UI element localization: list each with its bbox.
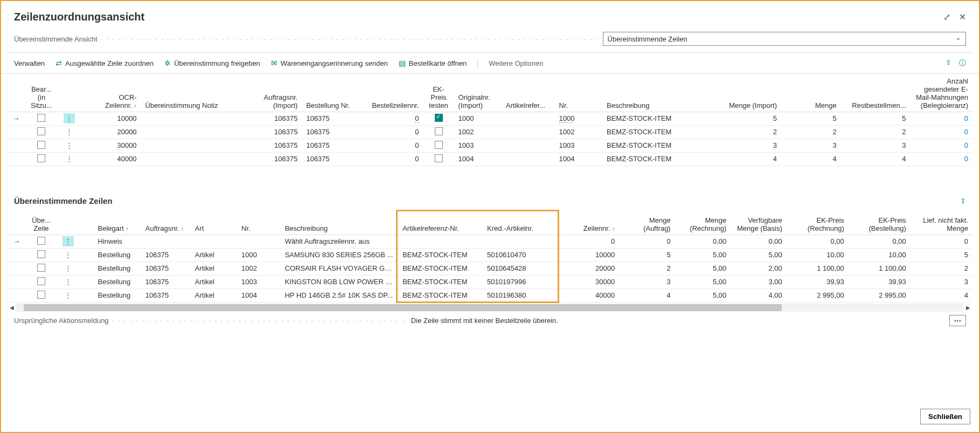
freigeben-button[interactable]: ✲Übereinstimmung freigeben bbox=[164, 59, 260, 67]
col2-menge-rechnung[interactable]: Menge (Rechnung) bbox=[690, 216, 726, 232]
col-originalnr[interactable]: Originalnr. (Import) bbox=[458, 93, 490, 109]
col2-ek-rechnung[interactable]: EK-Preis (Rechnung) bbox=[808, 216, 844, 232]
row-menu-icon[interactable]: ⋮ bbox=[62, 236, 74, 246]
table-row[interactable]: ⋮ 30000 106375 106375 0 1003 1003 BEMZ-S… bbox=[8, 139, 972, 152]
row-checkbox[interactable] bbox=[37, 114, 45, 122]
assign-icon: ⇄ bbox=[55, 59, 62, 67]
table-row[interactable]: → ⋮ 10000 106375 106375 0 1000 1000 BEMZ… bbox=[8, 112, 972, 125]
share-icon[interactable]: ⇪ bbox=[946, 58, 951, 68]
row-checkbox[interactable] bbox=[37, 291, 45, 299]
close-icon[interactable]: ✕ bbox=[959, 12, 966, 22]
import-lines-grid: Bear... (in Sitzu... OCR-Zeilennr. ↑ Übe… bbox=[8, 74, 972, 179]
col-beschreibung[interactable]: Beschreibung bbox=[607, 101, 650, 109]
col2-kred[interactable]: Kred.-Artikelnr. bbox=[487, 224, 533, 232]
action-bar: Verwalten ⇄Ausgewählte Zeile zuordnen ✲Ü… bbox=[1, 53, 979, 74]
row-menu-icon[interactable]: ⋮ bbox=[62, 263, 74, 273]
row-checkbox[interactable] bbox=[37, 154, 45, 162]
col2-nr[interactable]: Nr. bbox=[241, 224, 251, 232]
table-row[interactable]: → ⋮ Hinweis Wählt Auftragszeilennr. aus … bbox=[8, 235, 972, 248]
matching-view-select[interactable]: Übereinstimmende Zeilen bbox=[603, 32, 966, 46]
col2-art[interactable]: Art bbox=[195, 224, 204, 232]
col2-ek-bestellung[interactable]: EK-Preis (Bestellung) bbox=[868, 216, 906, 232]
col2-beschreibung[interactable]: Beschreibung bbox=[285, 224, 328, 232]
col2-auftragsnr[interactable]: Auftragsnr. ↑ bbox=[145, 224, 184, 232]
row-checkbox[interactable] bbox=[37, 237, 45, 245]
col-ocr[interactable]: OCR-Zeilennr. ↑ bbox=[105, 93, 137, 109]
row-menu-icon[interactable]: ⋮ bbox=[62, 250, 74, 260]
col-menge-import[interactable]: Menge (Import) bbox=[729, 101, 777, 109]
zuordnen-button[interactable]: ⇄Ausgewählte Zeile zuordnen bbox=[55, 59, 154, 67]
col2-uebe[interactable]: Übe... Zeile bbox=[32, 216, 51, 232]
row-menu-icon[interactable]: ⋮ bbox=[62, 277, 74, 287]
row-menu-icon[interactable]: ⋮ bbox=[62, 290, 74, 300]
separator bbox=[477, 58, 478, 68]
table-row[interactable]: ⋮ Bestellung 106375 Artikel 1002 CORSAIR… bbox=[8, 262, 972, 275]
row-checkbox[interactable] bbox=[37, 127, 45, 135]
matching-lines-title: Übereinstimmende Zeilen bbox=[14, 196, 113, 205]
row-menu-icon[interactable]: ⋮ bbox=[64, 154, 75, 164]
col2-zeilennr[interactable]: Zeilennr. ↑ bbox=[583, 224, 615, 232]
footer-message: Die Zeile stimmt mit keiner Bestellzeile… bbox=[411, 317, 558, 325]
filter-label: Übereinstimmende Ansicht bbox=[14, 35, 98, 43]
row-checkbox[interactable] bbox=[37, 250, 45, 258]
col2-menge-auftrag[interactable]: Menge (Auftrag) bbox=[643, 216, 671, 232]
table-row[interactable]: ⋮ 40000 106375 106375 0 1004 1004 BEMZ-S… bbox=[8, 152, 972, 166]
more-button[interactable]: ⋯ bbox=[949, 315, 966, 326]
ek-preis-checkbox[interactable] bbox=[435, 114, 443, 122]
col2-verfuegbar[interactable]: Verfügbare Menge (Basis) bbox=[737, 216, 782, 232]
scroll-left-icon[interactable]: ◀ bbox=[8, 305, 16, 311]
col2-artikelref[interactable]: Artikelreferenz-Nr. bbox=[402, 224, 459, 232]
col-menge[interactable]: Menge bbox=[815, 101, 837, 109]
horizontal-scrollbar[interactable] bbox=[16, 304, 964, 312]
dotted-separator: · · · · · · · · · · · · · · · · · · · · … bbox=[101, 35, 600, 43]
table-row[interactable]: ⋮ Bestellung 106375 Artikel 1003 KINGSTO… bbox=[8, 275, 972, 288]
matching-lines-grid: Übe... Zeile Belegart ↑ Auftragsnr. ↑ Ar… bbox=[8, 211, 972, 303]
erinnerung-button[interactable]: ✉Wareneingangserinnerung senden bbox=[271, 59, 388, 67]
ek-preis-checkbox[interactable] bbox=[435, 141, 443, 149]
row-checkbox[interactable] bbox=[37, 277, 45, 285]
col-mahnungen[interactable]: Anzahl gesendeter E-Mail-Mahnungen (Bele… bbox=[916, 77, 968, 109]
ek-preis-checkbox[interactable] bbox=[435, 127, 443, 135]
page-title: Zeilenzuordnungsansicht bbox=[14, 11, 144, 23]
footer-label: Ursprüngliche Aktionsmeldung bbox=[14, 317, 109, 325]
col-bear[interactable]: Bear... (in Sitzu... bbox=[31, 85, 52, 109]
release-icon: ✲ bbox=[164, 59, 171, 67]
verwalten-button[interactable]: Verwalten bbox=[14, 59, 45, 67]
table-row[interactable]: ⋮ 20000 106375 106375 0 1002 1002 BEMZ-S… bbox=[8, 125, 972, 139]
row-checkbox[interactable] bbox=[37, 141, 45, 149]
col-ekpreis[interactable]: EK-Preis testen bbox=[429, 85, 448, 109]
col-notiz[interactable]: Übereinstimmung Notiz bbox=[145, 101, 218, 109]
row-menu-icon[interactable]: ⋮ bbox=[64, 127, 75, 137]
col-restbestell[interactable]: Restbestellmen... bbox=[852, 101, 906, 109]
filter-select-value: Übereinstimmende Zeilen bbox=[608, 35, 687, 43]
open-icon: ▤ bbox=[399, 59, 406, 67]
row-menu-icon[interactable]: ⋮ bbox=[64, 113, 75, 123]
dotted-separator-footer: · · · · · · · · · · · · · · · · · · · · … bbox=[112, 317, 408, 325]
reminder-icon: ✉ bbox=[271, 59, 277, 67]
row-checkbox[interactable] bbox=[37, 264, 45, 272]
info-icon[interactable]: ⓘ bbox=[959, 58, 966, 68]
schliessen-button[interactable]: Schließen bbox=[920, 409, 970, 424]
col-auftragsnr[interactable]: Auftragsnr. (Import) bbox=[264, 93, 298, 109]
col2-belegart[interactable]: Belegart ↑ bbox=[98, 224, 129, 232]
scroll-right-icon[interactable]: ▶ bbox=[964, 305, 972, 311]
col-artikelref[interactable]: Artikelrefer... bbox=[506, 101, 545, 109]
share-section-icon[interactable]: ⇪ bbox=[960, 197, 966, 205]
collapse-icon[interactable]: ⤢ bbox=[943, 12, 950, 22]
table-row[interactable]: ⋮ Bestellung 106375 Artikel 1004 HP HD 1… bbox=[8, 288, 972, 302]
oeffnen-button[interactable]: ▤Bestellkarte öffnen bbox=[399, 59, 467, 67]
col2-lief[interactable]: Lief. nicht fakt. Menge bbox=[923, 216, 968, 232]
row-menu-icon[interactable]: ⋮ bbox=[64, 140, 75, 150]
col-bestellung[interactable]: Bestellung Nr. bbox=[306, 101, 350, 109]
ek-preis-checkbox[interactable] bbox=[435, 154, 443, 162]
weitere-optionen-button[interactable]: Weitere Optionen bbox=[489, 59, 543, 67]
table-row[interactable]: ⋮ Bestellung 106375 Artikel 1000 SAMSUNG… bbox=[8, 248, 972, 262]
col-nr[interactable]: Nr. bbox=[559, 101, 568, 109]
col-bestellzeile[interactable]: Bestellzeilennr. bbox=[372, 101, 419, 109]
